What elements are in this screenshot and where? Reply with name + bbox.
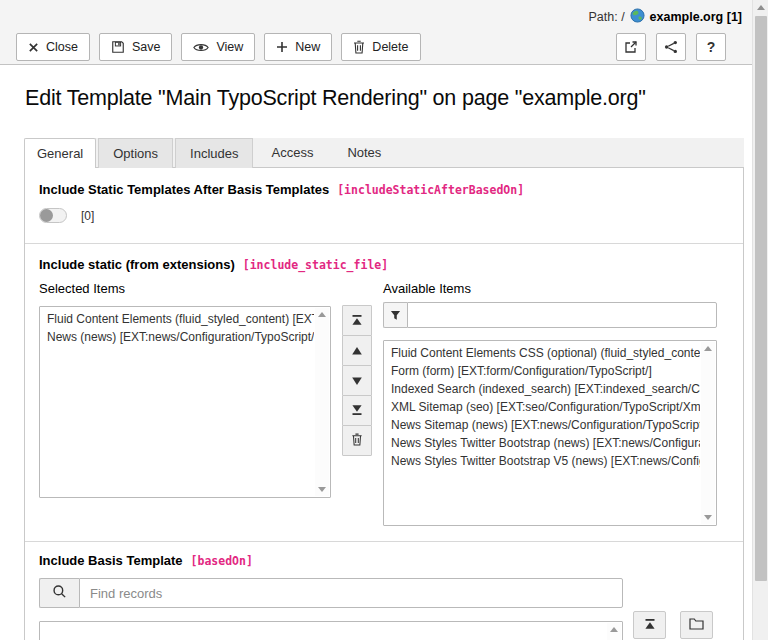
tab-access[interactable]: Access: [255, 138, 329, 168]
docheader-actions: ?: [616, 33, 726, 61]
move-to-top-icon: [644, 616, 656, 634]
globe-icon: [630, 8, 645, 26]
help-button[interactable]: ?: [696, 33, 726, 61]
filter-icon: [383, 302, 407, 328]
list-item[interactable]: XML Sitemap (seo) [EXT:seo/Configuration…: [384, 398, 700, 416]
eye-icon: [193, 42, 209, 53]
share-icon: [664, 40, 678, 54]
search-icon: [52, 584, 67, 603]
scroll-up-icon[interactable]: [610, 627, 618, 632]
list-item[interactable]: News Styles Twitter Bootstrap V5 (news) …: [384, 452, 700, 470]
move-to-top-icon: [351, 312, 363, 330]
close-icon: [28, 42, 39, 53]
remove-item-button[interactable]: [342, 425, 372, 456]
toggle-knob: [40, 209, 53, 222]
basis-scrollbar[interactable]: [607, 623, 621, 640]
move-to-top-button[interactable]: [342, 305, 372, 336]
scrollbar-thumb[interactable]: [755, 16, 767, 581]
folder-icon: [689, 616, 704, 634]
tab-notes[interactable]: Notes: [331, 138, 397, 168]
view-button[interactable]: View: [181, 33, 255, 61]
include-static-code: [include_static_file]: [243, 258, 388, 272]
save-icon: [111, 40, 125, 54]
page-scrollbar[interactable]: [752, 0, 768, 640]
path-label: Path: /: [588, 10, 624, 24]
view-button-label: View: [216, 40, 243, 54]
selected-items-label: Selected Items: [39, 281, 125, 296]
include-basis-label: Include Basis Template: [39, 553, 183, 568]
new-button[interactable]: New: [264, 33, 332, 61]
tab-options[interactable]: Options: [98, 138, 173, 168]
item-mover-controls: [342, 305, 372, 456]
available-items-list: Fluid Content Elements CSS (optional) (f…: [384, 344, 700, 522]
save-button[interactable]: Save: [99, 33, 173, 61]
move-to-bottom-icon: [351, 402, 363, 420]
scroll-down-icon[interactable]: [704, 515, 712, 520]
share-button[interactable]: [656, 33, 686, 61]
move-up-icon: [351, 342, 363, 360]
tab-includes[interactable]: Includes: [175, 138, 253, 168]
trash-icon: [353, 40, 365, 54]
save-button-label: Save: [132, 40, 161, 54]
move-down-icon: [351, 372, 363, 390]
list-item[interactable]: Indexed Search (indexed_search) [EXT:ind…: [384, 380, 700, 398]
selected-items-listbox[interactable]: Fluid Content Elements (fluid_styled_con…: [39, 306, 331, 498]
trash-icon: [351, 432, 363, 450]
include-static-label: Include static (from extensions): [39, 257, 235, 272]
move-to-top-record-button[interactable]: [633, 611, 666, 639]
include-static-after-code: [includeStaticAfterBasedOn]: [337, 183, 524, 197]
record-search-group: [39, 578, 623, 608]
available-scrollbar[interactable]: [701, 342, 715, 524]
header-bar: Path: / example.org [1] Close Save View …: [0, 0, 768, 65]
page-path-site: example.org [1]: [650, 10, 742, 24]
toggle-row: [0]: [39, 208, 94, 223]
include-static-after-toggle[interactable]: [39, 208, 67, 223]
section-divider: [25, 541, 743, 542]
page-title: Edit Template "Main TypoScript Rendering…: [25, 86, 735, 111]
list-item[interactable]: News Sitemap (news) [EXT:news/Configurat…: [384, 416, 700, 434]
move-up-button[interactable]: [342, 335, 372, 366]
move-to-bottom-button[interactable]: [342, 395, 372, 426]
move-down-button[interactable]: [342, 365, 372, 396]
record-search-input[interactable]: [79, 578, 623, 608]
scroll-up-icon[interactable]: [318, 312, 326, 317]
field-label-row: Include Basis Template [basedOn]: [39, 553, 253, 568]
include-static-after-label: Include Static Templates After Basis Tem…: [39, 182, 329, 197]
close-button-label: Close: [46, 40, 78, 54]
open-in-new-window-button[interactable]: [616, 33, 646, 61]
browse-records-button[interactable]: [680, 611, 713, 639]
scroll-up-icon[interactable]: [757, 5, 765, 10]
available-items-listbox[interactable]: Fluid Content Elements CSS (optional) (f…: [383, 340, 717, 526]
tab-bar: General Options Includes Access Notes: [24, 138, 744, 168]
new-button-label: New: [295, 40, 320, 54]
docheader-toolbar: Close Save View New Delete: [16, 33, 421, 61]
field-label-row: Include static (from extensions) [includ…: [39, 257, 388, 272]
list-item[interactable]: Fluid Content Elements CSS (optional) (f…: [384, 344, 700, 362]
list-item[interactable]: News (news) [EXT:news/Configuration/Typo…: [40, 328, 314, 346]
toggle-value: [0]: [81, 209, 94, 223]
list-item[interactable]: News Styles Twitter Bootstrap (news) [EX…: [384, 434, 700, 452]
module-body: Edit Template "Main TypoScript Rendering…: [0, 66, 752, 640]
include-basis-code: [basedOn]: [191, 554, 253, 568]
list-item[interactable]: Form (form) [EXT:form/Configuration/Typo…: [384, 362, 700, 380]
selected-items-list: Fluid Content Elements (fluid_styled_con…: [40, 310, 314, 494]
delete-button[interactable]: Delete: [341, 33, 420, 61]
open-in-new-icon: [624, 40, 638, 54]
available-filter-input[interactable]: [407, 302, 717, 328]
field-label-row: Include Static Templates After Basis Tem…: [39, 182, 524, 197]
plus-icon: [276, 41, 288, 53]
scroll-down-icon[interactable]: [318, 487, 326, 492]
available-filter-group: [383, 302, 717, 328]
close-button[interactable]: Close: [16, 33, 90, 61]
list-item[interactable]: Fluid Content Elements (fluid_styled_con…: [40, 310, 314, 328]
basis-template-list: [40, 625, 606, 640]
selected-scrollbar[interactable]: [315, 308, 329, 496]
search-button[interactable]: [39, 578, 79, 608]
basis-template-listbox[interactable]: [39, 621, 623, 640]
scroll-up-icon[interactable]: [704, 346, 712, 351]
delete-button-label: Delete: [372, 40, 408, 54]
tab-general[interactable]: General: [24, 138, 96, 169]
section-divider: [25, 243, 743, 244]
help-icon: ?: [707, 39, 716, 55]
available-items-label: Available Items: [383, 281, 471, 296]
